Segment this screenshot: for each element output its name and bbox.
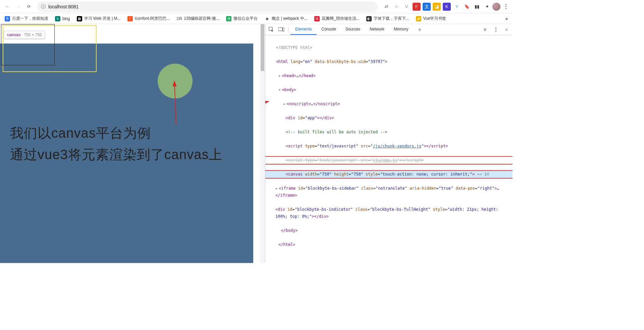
bookmark-label: 135编辑器官网-微...: [184, 16, 219, 21]
bookmark-label: 百度一下，你就知道: [12, 16, 48, 21]
dom-iframe[interactable]: ▸<iframe id="blockbyte-bs-sidebar" class…: [265, 185, 513, 199]
dom-noscript[interactable]: ▸<noscript>…</noscript>: [265, 101, 513, 108]
svg-rect-3: [283, 28, 284, 31]
bookmark-label: 概念 | webpack 中...: [272, 16, 307, 21]
site-info-icon[interactable]: ⓘ: [41, 4, 46, 10]
bookmark-iconfont[interactable]: IIconfont-阿里巴巴...: [125, 14, 172, 23]
extension-icons: ⇄☆VF文◪KY🔖▮▮✦: [382, 3, 491, 11]
dom-comment[interactable]: <!-- built files will be auto injected -…: [265, 129, 513, 136]
bookmark-favicon: ◔: [226, 16, 231, 21]
bookmark-label: 学习 Web 开发 | M...: [84, 16, 121, 21]
elements-dom-tree[interactable]: <!DOCTYPE html> <html lang="en" data-blo…: [265, 35, 513, 263]
ext-v-icon[interactable]: V: [402, 3, 411, 11]
star-icon[interactable]: ☆: [392, 3, 400, 11]
ext-block-icon[interactable]: ◪: [433, 3, 441, 11]
bookmark-favicon: b: [55, 16, 60, 21]
annotation-text: 我们以canvas平台为例 通过vue3将元素渲染到了canvas上: [10, 122, 222, 165]
ext-gtrans-icon[interactable]: 文: [423, 3, 431, 11]
nav-back-button[interactable]: ←: [3, 2, 12, 11]
ext-form-icon[interactable]: F: [413, 3, 421, 11]
annotation-line-1: 我们以canvas平台为例: [10, 122, 222, 144]
dom-body-open[interactable]: ▾<body>: [265, 86, 513, 93]
devtools-tab-console[interactable]: Console: [317, 24, 341, 35]
dom-script-app-struck[interactable]: <script type="text/javascript" src="/js/…: [265, 157, 513, 164]
translate-icon[interactable]: ⇄: [382, 3, 390, 11]
chrome-menu-button[interactable]: [502, 4, 510, 9]
dom-html-close[interactable]: </html>: [265, 241, 513, 248]
svg-rect-2: [278, 27, 282, 31]
bookmark-favicon: I: [127, 16, 133, 21]
ext-block2-icon[interactable]: ▮▮: [473, 3, 481, 11]
nav-reload-button[interactable]: ⟳: [24, 2, 34, 11]
dom-head[interactable]: ▸<head>…</head>: [265, 72, 513, 79]
bookmark-favicon: 花: [314, 16, 320, 21]
nav-forward-button[interactable]: →: [13, 2, 23, 11]
inspect-element-button[interactable]: [267, 25, 276, 34]
bookmark-label: 微信公众平台: [233, 16, 258, 21]
bookmark-favicon: ◐: [366, 16, 372, 21]
devtools-menu-button[interactable]: [491, 25, 500, 34]
device-toolbar-button[interactable]: [277, 25, 286, 34]
bookmark-135[interactable]: 135135编辑器官网-微...: [174, 14, 221, 23]
inspect-tooltip: canvas 750 × 750: [4, 31, 45, 39]
devtools-close-button[interactable]: ✕: [502, 25, 511, 34]
page-scrollbar[interactable]: [260, 24, 265, 263]
dom-html-open[interactable]: <html lang="en" data-blockbyte-bs-uid="3…: [265, 58, 513, 65]
bookmark-vue[interactable]: 📁Vue学习书签: [414, 14, 448, 23]
devtools-tab-network[interactable]: Network: [365, 24, 389, 35]
bookmark-label: Iconfont-阿里巴巴...: [135, 16, 170, 21]
bookmark-wechat[interactable]: ◔微信公众平台: [224, 14, 260, 23]
devtools-tab-sources[interactable]: Sources: [341, 24, 365, 35]
dom-doctype[interactable]: <!DOCTYPE html>: [265, 44, 513, 51]
ext-y-icon[interactable]: Y: [453, 3, 461, 11]
url-text: localhost:8081: [48, 4, 374, 9]
dom-div-app[interactable]: <div id="app"></div>: [265, 115, 513, 122]
tooltip-dimensions: 750 × 750: [24, 32, 42, 37]
tooltip-tag: canvas: [7, 32, 21, 37]
dom-script-vendors[interactable]: <script type="text/javascript" src="/js/…: [265, 143, 513, 150]
devtools-tab-elements[interactable]: Elements: [290, 24, 317, 35]
inspect-content-box: [1, 24, 55, 65]
bookmark-webpack[interactable]: ◉概念 | webpack 中...: [262, 14, 309, 23]
bookmark-favicon: 135: [176, 16, 182, 21]
bookmark-huaban[interactable]: 花花瓣网_陪你做生活...: [312, 14, 362, 23]
bookmarks-bar: B百度一下，你就知道bbing▦学习 Web 开发 | M...IIconfon…: [0, 13, 513, 24]
bookmark-label: 花瓣网_陪你做生活...: [322, 16, 360, 21]
bookmark-baidu[interactable]: B百度一下，你就知道: [3, 14, 50, 23]
devtools-more-tabs[interactable]: »: [414, 24, 425, 35]
dom-canvas-selected[interactable]: <canvas width="750" height="750" style="…: [265, 171, 513, 178]
bookmark-favicon: B: [5, 16, 10, 21]
green-circle: [158, 64, 193, 98]
ext-k-icon[interactable]: K: [443, 3, 451, 11]
profile-avatar[interactable]: [492, 3, 500, 11]
bookmark-bing[interactable]: bbing: [53, 15, 72, 23]
page-viewport: canvas 750 × 750 我们以canvas平台为例 通过vue3将元素…: [0, 24, 265, 263]
devtools-panel: ElementsConsoleSourcesNetworkMemory » ⚙ …: [265, 24, 513, 263]
devtools-tab-bar: ElementsConsoleSourcesNetworkMemory » ⚙ …: [265, 24, 513, 35]
bookmark-favicon: 📁: [416, 16, 421, 21]
bookmark-font[interactable]: ◐字体下载，字库下...: [364, 14, 411, 23]
main-area: canvas 750 × 750 我们以canvas平台为例 通过vue3将元素…: [0, 24, 513, 263]
bookmark-label: bing: [62, 16, 70, 21]
browser-toolbar: ← → ⟳ ⓘ localhost:8081 ⇄☆VF文◪KY🔖▮▮✦: [0, 0, 513, 13]
annotation-line-2: 通过vue3将元素渲染到了canvas上: [10, 144, 222, 165]
bookmark-mdn[interactable]: ▦学习 Web 开发 | M...: [75, 14, 123, 23]
dom-body-close[interactable]: </body>: [265, 227, 513, 234]
devtools-settings-button[interactable]: ⚙: [480, 25, 490, 34]
bookmark-label: Vue学习书签: [423, 16, 446, 21]
bookmark-favicon: ▦: [77, 16, 82, 21]
address-bar[interactable]: ⓘ localhost:8081: [37, 2, 378, 12]
bookmarks-overflow-button[interactable]: »: [503, 15, 510, 22]
dom-div-indicator[interactable]: <div id="blockbyte-bs-indicator" class="…: [265, 206, 513, 220]
bookmark-favicon: ◉: [264, 16, 270, 21]
extensions-icon[interactable]: ✦: [483, 3, 491, 11]
devtools-tab-memory[interactable]: Memory: [389, 24, 413, 35]
bookmark-label: 字体下载，字库下...: [374, 16, 409, 21]
bookmark-icon[interactable]: 🔖: [463, 3, 471, 11]
